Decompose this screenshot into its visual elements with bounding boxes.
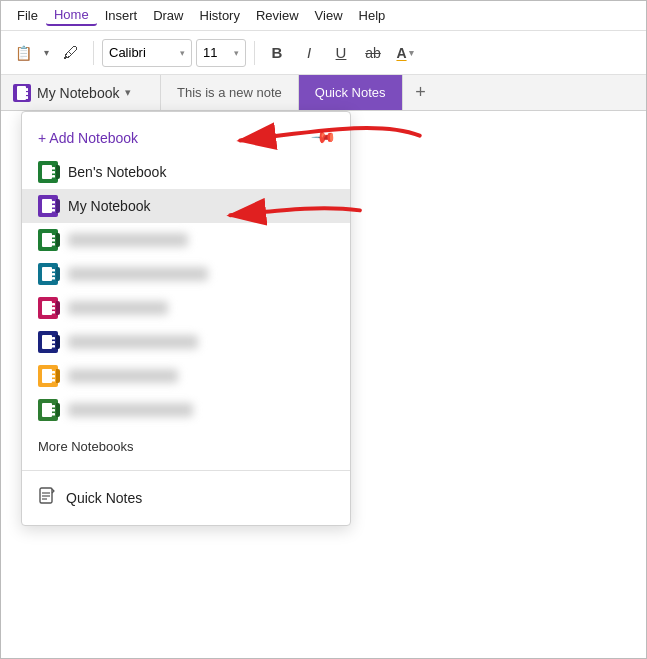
strikethrough-button[interactable]: ab xyxy=(359,39,387,67)
notebook-item-mine[interactable]: My Notebook xyxy=(22,189,350,223)
more-notebooks-link[interactable]: More Notebooks xyxy=(22,431,350,462)
svg-rect-22 xyxy=(52,307,55,310)
svg-rect-24 xyxy=(42,335,52,349)
svg-rect-0 xyxy=(17,86,26,100)
my-notebook-label: My Notebook xyxy=(68,198,150,214)
quick-notes-icon xyxy=(38,487,56,509)
tab-bar: My Notebook ▾ This is a new note Quick N… xyxy=(1,75,646,111)
bens-notebook-icon xyxy=(38,161,58,183)
svg-rect-29 xyxy=(52,371,55,374)
svg-rect-23 xyxy=(52,311,55,314)
blurred-icon-3 xyxy=(38,297,58,319)
blurred-text-1 xyxy=(68,233,188,247)
size-dropdown-icon: ▾ xyxy=(234,48,239,58)
svg-rect-33 xyxy=(52,405,55,408)
svg-rect-12 xyxy=(42,233,52,247)
notebook-item-blurred-3[interactable] xyxy=(22,291,350,325)
blurred-text-6 xyxy=(68,403,193,417)
svg-rect-5 xyxy=(52,167,55,170)
separator-2 xyxy=(254,41,255,65)
italic-button[interactable]: I xyxy=(295,39,323,67)
svg-rect-32 xyxy=(42,403,52,417)
notebook-name: My Notebook xyxy=(37,85,119,101)
menu-view[interactable]: View xyxy=(307,6,351,25)
tab-quick-notes[interactable]: Quick Notes xyxy=(299,75,403,110)
svg-rect-34 xyxy=(52,409,55,412)
clipboard-group: 📋 ▾ xyxy=(9,39,53,67)
menu-insert[interactable]: Insert xyxy=(97,6,146,25)
font-selector[interactable]: Calibri ▾ xyxy=(102,39,192,67)
dropdown-header: + Add Notebook 📌 xyxy=(22,120,350,151)
menu-file[interactable]: File xyxy=(9,6,46,25)
blurred-icon-5 xyxy=(38,365,58,387)
quick-notes-label: Quick Notes xyxy=(66,490,142,506)
blurred-icon-1 xyxy=(38,229,58,251)
svg-rect-19 xyxy=(52,277,55,280)
svg-rect-13 xyxy=(52,235,55,238)
underline-button[interactable]: U xyxy=(327,39,355,67)
svg-rect-20 xyxy=(42,301,52,315)
quick-notes-item[interactable]: Quick Notes xyxy=(22,479,350,517)
app-window: File Home Insert Draw History Review Vie… xyxy=(0,0,647,659)
blurred-icon-2 xyxy=(38,263,58,285)
menu-home[interactable]: Home xyxy=(46,5,97,26)
notebook-item-blurred-4[interactable] xyxy=(22,325,350,359)
svg-rect-21 xyxy=(52,303,55,306)
blurred-text-4 xyxy=(68,335,198,349)
svg-rect-35 xyxy=(52,413,55,416)
font-dropdown-icon: ▾ xyxy=(180,48,185,58)
notebook-list: Ben's Notebook My Notebook xyxy=(22,151,350,431)
svg-rect-2 xyxy=(26,92,28,95)
highlighter-icon: 🖊 xyxy=(63,44,79,62)
dropdown-divider xyxy=(22,470,350,471)
svg-rect-27 xyxy=(52,345,55,348)
font-size-selector[interactable]: 11 ▾ xyxy=(196,39,246,67)
svg-rect-4 xyxy=(42,165,52,179)
add-notebook-label: + Add Notebook xyxy=(38,130,138,146)
notebook-chevron: ▾ xyxy=(125,86,131,99)
font-size-value: 11 xyxy=(203,45,217,60)
menu-history[interactable]: History xyxy=(192,6,248,25)
svg-rect-1 xyxy=(26,88,28,91)
font-color-label: A xyxy=(396,45,406,61)
svg-rect-25 xyxy=(52,337,55,340)
svg-rect-17 xyxy=(52,269,55,272)
clipboard-icon: 📋 xyxy=(15,45,32,61)
blurred-icon-4 xyxy=(38,331,58,353)
bold-button[interactable]: B xyxy=(263,39,291,67)
notebook-header[interactable]: My Notebook ▾ xyxy=(1,75,161,110)
add-tab-button[interactable]: + xyxy=(403,75,439,110)
notebook-item-blurred-6[interactable] xyxy=(22,393,350,427)
svg-rect-3 xyxy=(26,96,28,99)
svg-rect-9 xyxy=(52,201,55,204)
svg-rect-8 xyxy=(42,199,52,213)
tab-new-note[interactable]: This is a new note xyxy=(161,75,299,110)
menu-review[interactable]: Review xyxy=(248,6,307,25)
svg-rect-26 xyxy=(52,341,55,344)
menu-draw[interactable]: Draw xyxy=(145,6,191,25)
svg-rect-15 xyxy=(52,243,55,246)
svg-rect-14 xyxy=(52,239,55,242)
notebook-item-blurred-2[interactable] xyxy=(22,257,350,291)
clipboard-button[interactable]: 📋 xyxy=(9,39,37,67)
svg-rect-30 xyxy=(52,375,55,378)
notebook-item-blurred-1[interactable] xyxy=(22,223,350,257)
blurred-icon-6 xyxy=(38,399,58,421)
font-name: Calibri xyxy=(109,45,146,60)
menu-help[interactable]: Help xyxy=(351,6,394,25)
add-notebook-button[interactable]: + Add Notebook xyxy=(38,130,138,146)
svg-rect-11 xyxy=(52,209,55,212)
notebook-item-blurred-5[interactable] xyxy=(22,359,350,393)
blurred-text-2 xyxy=(68,267,208,281)
clipboard-dropdown[interactable]: ▾ xyxy=(39,39,53,67)
notebook-icon xyxy=(13,84,31,102)
pin-icon[interactable]: 📌 xyxy=(310,124,338,152)
highlighter-button[interactable]: 🖊 xyxy=(57,39,85,67)
notebook-item-bens[interactable]: Ben's Notebook xyxy=(22,155,350,189)
svg-rect-18 xyxy=(52,273,55,276)
blurred-text-3 xyxy=(68,301,168,315)
bens-notebook-label: Ben's Notebook xyxy=(68,164,166,180)
font-color-dropdown[interactable]: ▾ xyxy=(409,48,414,58)
blurred-text-5 xyxy=(68,369,178,383)
font-color-button[interactable]: A ▾ xyxy=(391,39,419,67)
